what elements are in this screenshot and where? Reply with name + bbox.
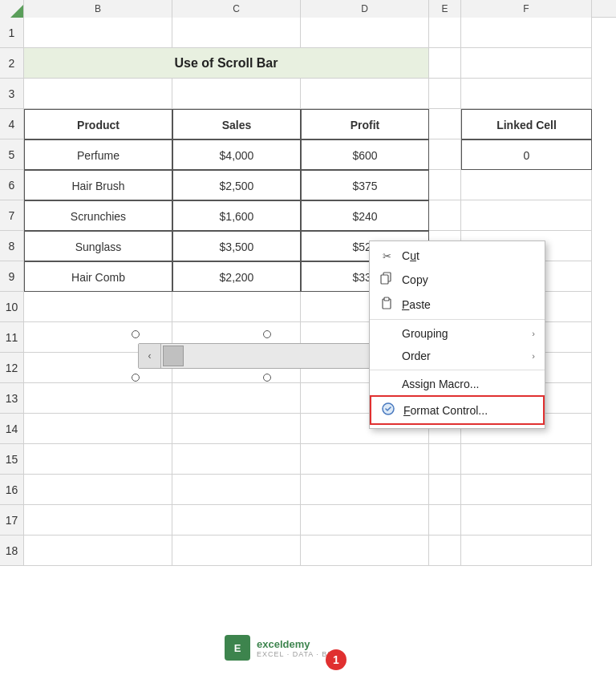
format-control-label: Format Control... <box>403 404 533 417</box>
cell-product-4[interactable]: Sunglass <box>24 231 172 261</box>
table-row: 16 <box>0 475 616 505</box>
cell-profit-3[interactable]: $240 <box>301 200 429 231</box>
menu-separator-2 <box>370 370 545 370</box>
row-header-5: 5 <box>0 139 24 170</box>
col-sales-header[interactable]: Sales <box>172 109 301 139</box>
row-header-3: 3 <box>0 79 24 109</box>
copy-icon <box>378 272 395 287</box>
cell-e1[interactable] <box>429 18 461 48</box>
row-header-16: 16 <box>0 475 24 505</box>
cell-e6[interactable] <box>429 170 461 200</box>
cell-f1[interactable] <box>461 18 592 48</box>
context-menu-paste[interactable]: Paste <box>370 292 545 317</box>
row-header-17: 17 <box>0 505 24 536</box>
cell-d3[interactable] <box>301 79 429 109</box>
row-header-9: 9 <box>0 261 24 292</box>
linked-cell-value[interactable]: 0 <box>461 139 592 170</box>
context-menu-order[interactable]: Order › <box>370 345 545 367</box>
cell-d1[interactable] <box>301 18 429 48</box>
order-arrow-icon: › <box>532 351 535 361</box>
col-header-e: E <box>429 0 461 18</box>
cell-product-2[interactable]: Hair Brush <box>24 170 172 200</box>
context-menu: ✂ Cut Copy Paste <box>369 240 545 429</box>
cell-e7[interactable] <box>429 200 461 231</box>
cell-product-1[interactable]: Perfume <box>24 139 172 170</box>
cell-f6[interactable] <box>461 170 592 200</box>
cell-sales-5[interactable]: $2,200 <box>172 261 301 292</box>
table-row: 3 <box>0 79 616 109</box>
table-row: 18 <box>0 536 616 566</box>
context-menu-cut[interactable]: ✂ Cut <box>370 245 545 267</box>
scroll-left-button[interactable]: ‹ <box>139 344 161 368</box>
svg-rect-1 <box>381 275 388 284</box>
col-header-b: B <box>24 0 172 18</box>
context-menu-format-control[interactable]: Format Control... <box>370 395 545 425</box>
cell-b3[interactable] <box>24 79 172 109</box>
cell-c1[interactable] <box>172 18 301 48</box>
watermark-text: exceldemy EXCEL · DATA · BI <box>257 638 330 658</box>
col-header-d: D <box>301 0 429 18</box>
assign-macro-label: Assign Macro... <box>402 378 535 390</box>
handle-top-left[interactable] <box>132 330 140 338</box>
col-header-f: F <box>461 0 592 18</box>
table-row: 2 Use of Scroll Bar <box>0 48 616 79</box>
step-badge: 1 <box>326 649 346 670</box>
cell-profit-1[interactable]: $600 <box>301 139 429 170</box>
row-header-4: 4 <box>0 109 24 139</box>
paste-icon <box>378 297 395 312</box>
cell-e2[interactable] <box>429 48 461 79</box>
row-header-1: 1 <box>0 18 24 48</box>
cell-f2[interactable] <box>461 48 592 79</box>
context-menu-grouping[interactable]: Grouping › <box>370 322 545 345</box>
linked-cell-header[interactable]: Linked Cell <box>461 109 592 139</box>
handle-bottom-left[interactable] <box>132 374 140 382</box>
cell-product-5[interactable]: Hair Comb <box>24 261 172 292</box>
context-menu-assign-macro[interactable]: Assign Macro... <box>370 373 545 395</box>
row-header-10: 10 <box>0 292 24 322</box>
col-profit-header[interactable]: Profit <box>301 109 429 139</box>
cell-e4[interactable] <box>429 109 461 139</box>
grouping-arrow-icon: › <box>532 329 535 338</box>
cell-b10[interactable] <box>24 292 172 322</box>
table-row: 6 Hair Brush $2,500 $375 <box>0 170 616 200</box>
column-headers: B C D E F <box>0 0 616 18</box>
row-header-6: 6 <box>0 170 24 200</box>
col-product-header[interactable]: Product <box>24 109 172 139</box>
cell-c3[interactable] <box>172 79 301 109</box>
spreadsheet: B C D E F 1 2 Use of Scroll Bar 3 <box>0 0 616 675</box>
menu-separator-1 <box>370 319 545 320</box>
grouping-label: Grouping <box>402 327 532 340</box>
cut-label: Cut <box>402 249 535 262</box>
cell-e3[interactable] <box>429 79 461 109</box>
watermark-logo: E <box>225 635 250 661</box>
cell-e5[interactable] <box>429 139 461 170</box>
cell-b1[interactable] <box>24 18 172 48</box>
row-header-15: 15 <box>0 444 24 475</box>
cell-sales-3[interactable]: $1,600 <box>172 200 301 231</box>
row-header-12: 12 <box>0 353 24 383</box>
cell-product-3[interactable]: Scrunchies <box>24 200 172 231</box>
row-header-11: 11 <box>0 322 24 353</box>
cell-c10[interactable] <box>172 292 301 322</box>
row-header-2: 2 <box>0 48 24 79</box>
handle-bottom-mid[interactable] <box>263 374 271 382</box>
table-row: 7 Scrunchies $1,600 $240 <box>0 200 616 231</box>
cell-profit-2[interactable]: $375 <box>301 170 429 200</box>
cell-f3[interactable] <box>461 79 592 109</box>
corner-cell <box>0 0 24 18</box>
context-menu-copy[interactable]: Copy <box>370 267 545 292</box>
title-cell[interactable]: Use of Scroll Bar <box>24 48 429 79</box>
scroll-thumb[interactable] <box>163 346 184 366</box>
watermark: E exceldemy EXCEL · DATA · BI <box>225 635 330 661</box>
cut-icon: ✂ <box>378 250 395 262</box>
svg-text:E: E <box>234 642 241 654</box>
row-header-13: 13 <box>0 383 24 414</box>
cell-sales-2[interactable]: $2,500 <box>172 170 301 200</box>
cell-sales-1[interactable]: $4,000 <box>172 139 301 170</box>
order-label: Order <box>402 350 532 362</box>
svg-rect-3 <box>384 297 389 301</box>
cell-sales-4[interactable]: $3,500 <box>172 231 301 261</box>
cell-f7[interactable] <box>461 200 592 231</box>
handle-top-mid[interactable] <box>263 330 271 338</box>
format-control-icon <box>379 402 397 418</box>
